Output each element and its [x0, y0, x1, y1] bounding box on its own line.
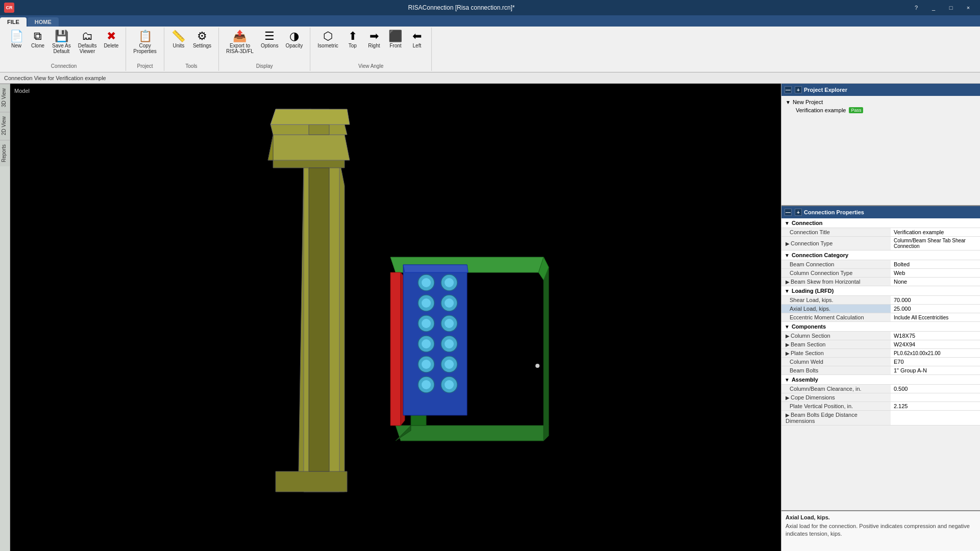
connection-group-label: Connection — [51, 63, 77, 70]
viewport[interactable]: Model — [10, 84, 781, 551]
defaults-viewer-button[interactable]: 🗂 Defaults Viewer — [75, 29, 100, 56]
row-plate-vertical-pos: Plate Vertical Position, in. 2.125 — [781, 402, 980, 411]
svg-point-36 — [445, 339, 454, 348]
row-column-section[interactable]: ▶Column Section W18X75 — [781, 332, 980, 340]
sidebar-tab-3d-view[interactable]: 3D View — [0, 84, 10, 111]
conn-properties-expand-btn[interactable]: + — [795, 209, 802, 216]
isometric-button[interactable]: ⬡ Isometric — [314, 29, 341, 51]
save-as-default-button[interactable]: 💾 Save As Default — [49, 29, 74, 56]
section-components[interactable]: ▼Components — [781, 322, 980, 332]
project-explorer-collapse-btn[interactable]: — — [785, 86, 792, 93]
section-loading[interactable]: ▼Loading (LRFD) — [781, 286, 980, 296]
left-view-label: Left — [413, 43, 422, 48]
row-beam-section[interactable]: ▶Beam Section W24X94 — [781, 340, 980, 349]
delete-label: Delete — [104, 43, 118, 48]
row-beam-skew[interactable]: ▶Beam Skew from Horizontal None — [781, 278, 980, 286]
delete-icon: ✖ — [107, 31, 116, 42]
maximize-button[interactable]: □ — [943, 3, 959, 13]
options-icon: ☰ — [264, 31, 275, 42]
beam-connection-value[interactable]: Bolted — [891, 260, 980, 269]
tree-root-item[interactable]: ▼ New Project — [786, 98, 976, 106]
row-plate-section[interactable]: ▶Plate Section PL0.62x10.00x21.00 — [781, 349, 980, 358]
column-weld-value[interactable]: E70 — [891, 358, 980, 366]
row-eccentric-moment: Eccentric Moment Calculation Include All… — [781, 313, 980, 322]
conn-properties-collapse-btn[interactable]: — — [785, 209, 792, 216]
conn-properties-header: — + Connection Properties — [781, 206, 980, 218]
left-view-button[interactable]: ⬅ Left — [407, 29, 427, 51]
beam-section-value[interactable]: W24X94 — [891, 340, 980, 349]
row-connection-type[interactable]: ▶Connection Type Column/Beam Shear Tab S… — [781, 237, 980, 251]
beam-bolts-edge-label: ▶Beam Bolts Edge Distance Dimensions — [781, 411, 891, 425]
svg-point-35 — [422, 339, 431, 348]
svg-marker-13 — [390, 272, 401, 425]
ribbon-group-project: 📋 Copy Properties Project — [126, 28, 164, 71]
shear-load-value[interactable]: 70.000 — [891, 296, 980, 305]
connection-type-value[interactable]: Column/Beam Shear Tab Shear Connection — [891, 237, 980, 251]
help-button[interactable]: ? — [909, 3, 924, 13]
section-connection[interactable]: ▼Connection — [781, 218, 980, 228]
copy-properties-button[interactable]: 📋 Copy Properties — [130, 29, 160, 56]
settings-button[interactable]: ⚙ Settings — [190, 29, 214, 51]
tab-file[interactable]: FILE — [0, 17, 27, 27]
axial-load-value[interactable]: 25.000 — [891, 305, 980, 313]
beam-skew-value[interactable]: None — [891, 278, 980, 286]
section-assembly[interactable]: ▼Assembly — [781, 375, 980, 385]
column-section-value[interactable]: W18X75 — [891, 332, 980, 340]
units-button[interactable]: 📏 Units — [168, 29, 189, 51]
row-beam-bolts-edge[interactable]: ▶Beam Bolts Edge Distance Dimensions — [781, 411, 980, 425]
delete-button[interactable]: ✖ Delete — [101, 29, 121, 51]
row-connection-title: Connection Title Verification example — [781, 228, 980, 237]
column-beam-clearance-value[interactable]: 0.500 — [891, 385, 980, 393]
sidebar-tab-reports[interactable]: Reports — [0, 140, 10, 166]
info-panel: Axial Load, kips. Axial load for the con… — [781, 510, 980, 551]
opacity-button[interactable]: ◑ Opacity — [282, 29, 306, 51]
column-weld-label: Column Weld — [781, 358, 891, 366]
opacity-label: Opacity — [285, 43, 303, 48]
titlebar: CR RISAConnection [Risa connection.rcn]*… — [0, 0, 980, 15]
plate-section-value[interactable]: PL0.62x10.00x21.00 — [891, 349, 980, 358]
section-assembly-label: Assembly — [792, 377, 818, 383]
svg-point-46 — [535, 364, 540, 368]
new-button[interactable]: 📄 New — [6, 29, 27, 51]
eccentric-moment-value[interactable]: Include All Eccentricities — [891, 313, 980, 322]
export-button[interactable]: 📤 Export to RISA-3D/FL — [223, 29, 257, 56]
row-cope-dimensions[interactable]: ▶Cope Dimensions — [781, 393, 980, 402]
right-view-button[interactable]: ➡ Right — [364, 29, 384, 51]
svg-marker-16 — [403, 265, 468, 272]
sidebar-tab-2d-view[interactable]: 2D View — [0, 112, 10, 139]
tree-child-label: Verification example — [796, 107, 846, 113]
right-view-label: Right — [368, 43, 380, 48]
beam-bolts-value[interactable]: 1" Group A-N — [891, 366, 980, 375]
connection-title-value[interactable]: Verification example — [891, 228, 980, 237]
close-button[interactable]: × — [961, 3, 976, 13]
beam-bolts-edge-value[interactable] — [891, 411, 980, 425]
copy-properties-label: Copy Properties — [133, 43, 157, 54]
project-tree: ▼ New Project Verification example Pass — [781, 96, 980, 116]
cope-dimensions-value[interactable] — [891, 393, 980, 402]
loading-collapse-arrow: ▼ — [785, 288, 790, 294]
svg-marker-10 — [544, 257, 549, 441]
top-view-button[interactable]: ⬆ Top — [342, 29, 363, 51]
svg-point-34 — [445, 319, 454, 328]
options-button[interactable]: ☰ Options — [258, 29, 281, 51]
front-view-button[interactable]: ⬛ Front — [385, 29, 406, 51]
plate-vertical-pos-value[interactable]: 2.125 — [891, 402, 980, 411]
connection-title-label: Connection Title — [781, 228, 891, 237]
svg-point-38 — [445, 360, 454, 369]
column-connection-type-value[interactable]: Web — [891, 269, 980, 278]
tab-home[interactable]: HOME — [28, 17, 59, 27]
clone-button[interactable]: ⧉ Clone — [28, 29, 48, 51]
settings-label: Settings — [193, 43, 211, 48]
section-connection-category[interactable]: ▼Connection Category — [781, 251, 980, 260]
opacity-icon: ◑ — [289, 31, 299, 42]
project-explorer-expand-btn[interactable]: + — [795, 86, 802, 93]
beam-section-label: ▶Beam Section — [781, 340, 891, 349]
minimize-button[interactable]: _ — [926, 3, 941, 13]
front-view-label: Front — [389, 43, 401, 48]
connection-properties-panel: — + Connection Properties ▼Connection Co… — [781, 206, 980, 510]
tree-child-item[interactable]: Verification example Pass — [786, 106, 976, 114]
assembly-collapse-arrow: ▼ — [785, 377, 790, 383]
column-beam-clearance-label: Column/Beam Clearance, in. — [781, 385, 891, 393]
options-label: Options — [261, 43, 278, 48]
plate-section-label: ▶Plate Section — [781, 349, 891, 358]
